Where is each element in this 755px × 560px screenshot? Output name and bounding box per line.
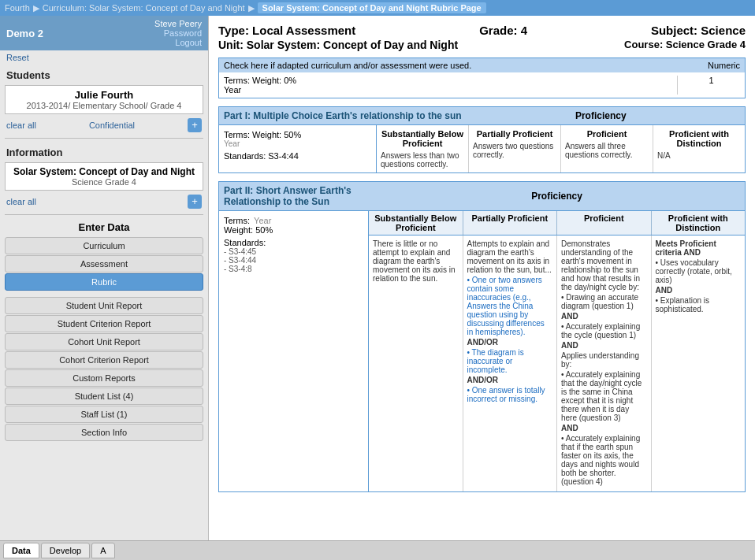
info-add-button[interactable]: + — [188, 195, 202, 209]
part2-col-1: Attempts to explain and diagram the eart… — [463, 235, 558, 491]
part1-standards: S3-4:44 — [268, 151, 299, 161]
adapted-terms-col: Terms: Weight: 0% Year — [224, 76, 677, 95]
part2-col-3: Meets Proficient criteria AND• Uses voca… — [652, 235, 746, 491]
part2-col-0: There is little or no attempt to explain… — [369, 235, 463, 491]
part2-year: Year — [254, 216, 271, 225]
part1-section: Part I: Multiple Choice Earth's relation… — [218, 106, 746, 173]
grade-label: Grade: 4 — [479, 24, 527, 37]
part1-terms: Terms: — [224, 130, 250, 139]
part2-standards-label: Standards: — [224, 238, 363, 247]
part2-col-body-item: Meets Proficient criteria AND — [656, 239, 742, 257]
sidebar-btn-7[interactable]: Custom Reports — [5, 369, 203, 387]
sidebar-btn-2[interactable]: Rubric — [5, 273, 203, 291]
info-title: Solar System: Concept of Day and Night — [10, 166, 198, 177]
password-link[interactable]: Password — [154, 28, 202, 38]
part2-terms-weight: Terms: Year — [224, 216, 363, 225]
breadcrumb-item-1[interactable]: Fourth — [5, 3, 30, 13]
part2-col-headers: Substantially Below ProficientPartially … — [369, 211, 745, 235]
breadcrumb-item-3[interactable]: Solar System: Concept of Day and Night R… — [258, 2, 486, 13]
part1-col-2: ProficientAnswers all three questions co… — [561, 125, 653, 172]
part1-header: Part I: Multiple Choice Earth's relation… — [219, 107, 745, 124]
part2-col-body-item: • Accurately explaining that if the eart… — [561, 434, 647, 486]
part1-proficiency-label: Proficiency — [462, 110, 740, 121]
breadcrumb-bar: Fourth ▶ Curriculum: Solar System: Conce… — [0, 0, 755, 16]
subject-label: Subject: Science — [651, 24, 746, 37]
sidebar-btn-9[interactable]: Staff List (1) — [5, 406, 203, 423]
sidebar-btn-6[interactable]: Cohort Criterion Report — [5, 351, 203, 369]
part1-standards-label: Standards: — [224, 151, 266, 161]
sidebar-btn-1[interactable]: Assessment — [5, 255, 203, 273]
part2-col-body-item: • One or two answers contain some inaccu… — [467, 276, 553, 336]
part2-terms: Terms: — [224, 216, 250, 225]
sidebar-btn-3[interactable]: Student Unit Report — [5, 297, 203, 314]
part1-terms-weight: Terms: Weight: 50% — [224, 130, 371, 139]
student-detail: 2013-2014/ Elementary School/ Grade 4 — [10, 101, 198, 110]
student-add-button[interactable]: + — [188, 118, 202, 132]
sidebar-btn-4[interactable]: Student Criterion Report — [5, 315, 203, 332]
adapted-year: Year — [224, 85, 241, 95]
user-info: Steve Peery Password Logout — [154, 19, 202, 47]
sidebar-btn-8[interactable]: Student List (4) — [5, 388, 203, 405]
course-label: Course: Science Grade 4 — [624, 39, 746, 51]
part2-section: Part II: Short Answer Earth's Relationsh… — [218, 181, 746, 492]
part2-col-body-item: • Accurately explaining the cycle (quest… — [561, 322, 647, 339]
part2-col-header-2: Proficient — [557, 211, 652, 235]
bottom-tab-data[interactable]: Data — [3, 543, 39, 558]
sidebar-btn-0[interactable]: Curriculum — [5, 237, 203, 254]
unit-label: Unit: Solar System: Concept of Day and N… — [218, 39, 458, 51]
content-header: Type: Local Assessment Grade: 4 Subject:… — [218, 24, 746, 51]
part2-col-header-0: Substantially Below Proficient — [369, 211, 463, 235]
info-clear-all[interactable]: clear all — [6, 197, 36, 206]
numeric-value: 1 — [709, 76, 713, 85]
part1-proficiency-cols: Substantially Below ProficientAnswers le… — [377, 125, 745, 172]
part2-standard-item: - S3-4:44 — [224, 256, 363, 265]
sidebar-header: Demo 2 Steve Peery Password Logout — [0, 16, 208, 50]
part2-col-body-item: • Uses vocabulary correctly (rotate, orb… — [656, 258, 742, 284]
part1-header-title: Part I: Multiple Choice Earth's relation… — [224, 110, 462, 121]
adapted-curriculum-box: Check here if adapted curriculum and/or … — [218, 57, 746, 98]
part1-left-col: Terms: Weight: 50% Year Standards: S3-4:… — [219, 125, 377, 172]
part2-col-body-item: • Accurately explaining that the day/nig… — [561, 370, 647, 422]
sidebar-actions: Reset — [0, 50, 208, 65]
part2-col-body-item: AND — [656, 286, 742, 295]
bottom-tab-develop[interactable]: Develop — [41, 543, 90, 558]
student-info-box: Julie Fourth 2013-2014/ Elementary Schoo… — [5, 85, 203, 114]
part1-year: Year — [224, 139, 371, 148]
part1-weight: Weight: 50% — [252, 130, 301, 139]
student-clear-all[interactable]: clear all — [6, 121, 36, 130]
part2-col-body-item: Demonstrates understanding of the earth'… — [561, 239, 647, 291]
sidebar-btn-5[interactable]: Cohort Unit Report — [5, 333, 203, 350]
part2-standard-item: - S3-4:45 — [224, 247, 363, 256]
students-section-title: Students — [0, 65, 208, 83]
part2-col-body-item: AND/OR — [467, 376, 553, 384]
part2-col-body-item: • Drawing an accurate diagram (question … — [561, 293, 647, 310]
sidebar-buttons: CurriculumAssessmentRubricStudent Unit R… — [0, 236, 208, 442]
student-name: Julie Fourth — [10, 89, 198, 101]
part2-standard-item: - S3-4:8 — [224, 265, 363, 273]
part2-col-header-1: Partially Proficient — [463, 211, 558, 235]
sidebar-divider-1 — [5, 138, 203, 139]
part2-col-2: Demonstrates understanding of the earth'… — [557, 235, 652, 491]
logout-link[interactable]: Logout — [154, 38, 202, 47]
part2-weight: Weight: 50% — [224, 225, 363, 235]
part2-right-area: Substantially Below ProficientPartially … — [369, 211, 745, 491]
adapted-numeric-col: 1 — [677, 76, 740, 95]
information-box: Solar System: Concept of Day and Night S… — [5, 162, 203, 191]
adapted-terms: Terms: — [224, 76, 250, 85]
info-subtitle: Science Grade 4 — [10, 177, 198, 187]
bottom-tabs: DataDevelopA — [0, 540, 755, 560]
part2-left-col: Terms: Year Weight: 50% Standards: - S3-… — [219, 211, 369, 491]
student-clear-row: clear all Confidential + — [0, 116, 208, 135]
part2-header-title: Part II: Short Answer Earth's Relationsh… — [224, 185, 374, 207]
bottom-tab-a[interactable]: A — [91, 543, 114, 558]
part1-content-grid: Terms: Weight: 50% Year Standards: S3-4:… — [219, 124, 745, 172]
part2-col-body-item: Attempts to explain and diagram the eart… — [467, 239, 553, 274]
part2-col-body-item: • The diagram is inaccurate or incomplet… — [467, 348, 553, 374]
part2-col-body-item: Applies understanding by: — [561, 351, 647, 369]
part2-col-body-item: • One answer is totally incorrect or mis… — [467, 386, 553, 403]
part2-col-body-item: AND — [561, 341, 647, 350]
sidebar-btn-10[interactable]: Section Info — [5, 424, 203, 441]
adapted-header-text: Check here if adapted curriculum and/or … — [224, 61, 471, 70]
reset-link[interactable]: Reset — [6, 53, 29, 62]
breadcrumb-item-2[interactable]: Curriculum: Solar System: Concept of Day… — [43, 3, 245, 13]
